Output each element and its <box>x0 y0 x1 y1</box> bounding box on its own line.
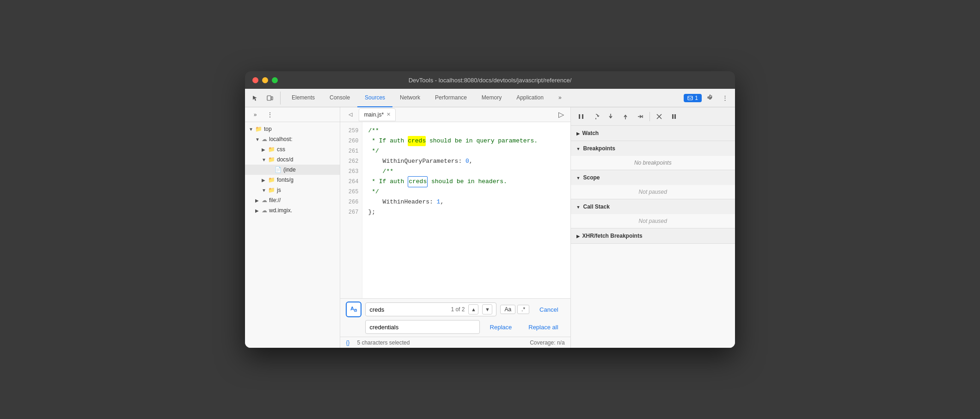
cancel-button[interactable]: Cancel <box>533 304 564 315</box>
svg-rect-1 <box>271 97 273 100</box>
tree-item-js[interactable]: ▼ 📁 js <box>245 185 340 195</box>
highlight-creds-1: creds <box>408 136 426 146</box>
tree-label-wd: wd.imgix. <box>269 207 292 214</box>
run-snippet-icon[interactable]: ▷ <box>556 109 567 120</box>
pause-button[interactable] <box>575 110 588 123</box>
breakpoints-section-header[interactable]: Breakpoints <box>571 141 735 156</box>
debug-toolbar <box>571 107 735 126</box>
code-editor[interactable]: 259 260 261 262 263 264 265 266 267 /** <box>340 122 570 348</box>
tree-label-js: js <box>277 187 281 193</box>
maximize-button[interactable] <box>272 77 278 83</box>
traffic-lights <box>252 77 278 83</box>
callstack-section-header[interactable]: Call Stack <box>571 199 735 214</box>
tree-item-docs[interactable]: ▼ 📁 docs/d <box>245 154 340 165</box>
cursor-icon[interactable] <box>249 92 262 105</box>
replace-button[interactable]: Replace <box>484 322 519 333</box>
devtools-container: Elements Console Sources Network Perform… <box>245 89 735 348</box>
close-tab-icon[interactable]: ✕ <box>386 111 391 117</box>
braces-icon: {} <box>346 339 349 346</box>
back-nav-icon[interactable]: ◁ <box>344 108 357 121</box>
right-sections: Watch Breakpoints No breakpoints <box>571 126 735 348</box>
callstack-arrow-icon <box>576 203 581 210</box>
svg-rect-10 <box>672 114 674 119</box>
svg-rect-2 <box>688 96 692 100</box>
tabs-list: Elements Console Sources Network Perform… <box>284 89 684 107</box>
editor-tab-label: main.js* <box>364 111 384 118</box>
find-options: Aa .* <box>500 305 529 314</box>
replace-input[interactable] <box>369 324 475 331</box>
line-numbers: 259 260 261 262 263 264 265 266 267 <box>340 122 362 298</box>
scope-content: Not paused <box>571 185 735 199</box>
tab-performance[interactable]: Performance <box>428 89 474 107</box>
find-input[interactable] <box>369 306 447 313</box>
find-replace-bar: AB 1 of 2 ▲ ▼ Aa .* <box>340 298 570 337</box>
tab-sources[interactable]: Sources <box>357 89 392 107</box>
code-line-263: /** <box>368 166 564 177</box>
find-row: AB 1 of 2 ▲ ▼ Aa .* <box>346 302 564 317</box>
case-sensitive-button[interactable]: Aa <box>500 305 515 314</box>
breakpoints-label: Breakpoints <box>583 145 615 152</box>
code-line-262: WithinQueryParameters: 0, <box>368 156 564 166</box>
find-match-count: 1 of 2 <box>451 306 465 313</box>
editor-tabs: ◁ main.js* ✕ ▷ <box>340 107 570 122</box>
editor-area: ◁ main.js* ✕ ▷ 259 260 261 <box>340 107 570 348</box>
regex-button[interactable]: .* <box>517 305 529 314</box>
tab-console[interactable]: Console <box>322 89 357 107</box>
replace-input-wrap <box>365 320 479 334</box>
step-button[interactable] <box>634 110 647 123</box>
watch-label: Watch <box>582 130 599 136</box>
step-into-button[interactable] <box>604 110 617 123</box>
device-icon[interactable] <box>263 92 276 105</box>
notifications-button[interactable]: 1 <box>684 94 702 102</box>
xhr-section-header[interactable]: XHR/fetch Breakpoints <box>571 228 735 243</box>
tab-network[interactable]: Network <box>392 89 428 107</box>
find-replace-toggle[interactable]: AB <box>346 302 361 317</box>
watch-section-header[interactable]: Watch <box>571 126 735 141</box>
tree-item-file[interactable]: ▶ ☁ file:// <box>245 195 340 205</box>
sidebar-header: » ⋮ <box>245 107 340 122</box>
file-tree: ▼ 📁 top ▼ ☁ localhost: ▶ 📁 css <box>245 122 340 348</box>
find-next-button[interactable]: ▼ <box>482 304 492 314</box>
close-button[interactable] <box>252 77 258 83</box>
step-over-button[interactable] <box>589 110 602 123</box>
code-line-264: * If auth creds should be in headers. <box>368 177 564 187</box>
devtools-tabs: Elements Console Sources Network Perform… <box>245 89 735 107</box>
tree-item-top[interactable]: ▼ 📁 top <box>245 124 340 134</box>
more-options-icon[interactable]: ⋮ <box>718 92 731 105</box>
format-button[interactable]: {} <box>346 339 349 346</box>
tab-elements[interactable]: Elements <box>284 89 322 107</box>
svg-rect-0 <box>267 96 271 100</box>
pause-on-exceptions-button[interactable] <box>668 110 680 123</box>
devtools-window: DevTools - localhost:8080/docs/devtools/… <box>245 71 735 348</box>
svg-rect-4 <box>582 114 583 119</box>
editor-tab-main-js[interactable]: main.js* ✕ <box>359 108 396 121</box>
tab-more[interactable]: » <box>551 89 569 107</box>
replace-all-button[interactable]: Replace all <box>522 322 564 333</box>
sidebar-more-icon[interactable]: » <box>249 108 262 121</box>
scope-section-header[interactable]: Scope <box>571 170 735 185</box>
xhr-section: XHR/fetch Breakpoints <box>571 228 735 244</box>
scope-section: Scope Not paused <box>571 170 735 199</box>
code-line-267: }; <box>368 207 564 217</box>
minimize-button[interactable] <box>262 77 268 83</box>
tab-memory[interactable]: Memory <box>474 89 509 107</box>
step-out-button[interactable] <box>619 110 632 123</box>
tree-item-localhost[interactable]: ▼ ☁ localhost: <box>245 134 340 144</box>
code-line-261: */ <box>368 146 564 156</box>
code-line-266: WithinHeaders: 1, <box>368 197 564 207</box>
callstack-content: Not paused <box>571 214 735 228</box>
tree-item-wd[interactable]: ▶ ☁ wd.imgix. <box>245 205 340 216</box>
watch-section: Watch <box>571 126 735 141</box>
tab-application[interactable]: Application <box>509 89 551 107</box>
editor-toolbar-right: ▷ <box>556 109 567 120</box>
code-lines: 259 260 261 262 263 264 265 266 267 /** <box>340 122 570 298</box>
tree-item-fonts[interactable]: ▶ 📁 fonts/g <box>245 175 340 185</box>
tree-item-css[interactable]: ▶ 📁 css <box>245 144 340 154</box>
sidebar-menu-icon[interactable]: ⋮ <box>263 108 276 121</box>
deactivate-breakpoints-button[interactable] <box>653 110 666 123</box>
find-prev-button[interactable]: ▲ <box>468 304 478 314</box>
debug-separator <box>649 112 650 121</box>
status-bar: {} 5 characters selected Coverage: n/a <box>340 337 570 348</box>
tree-item-index[interactable]: 📄 (inde <box>245 165 340 175</box>
settings-icon[interactable] <box>704 92 717 105</box>
